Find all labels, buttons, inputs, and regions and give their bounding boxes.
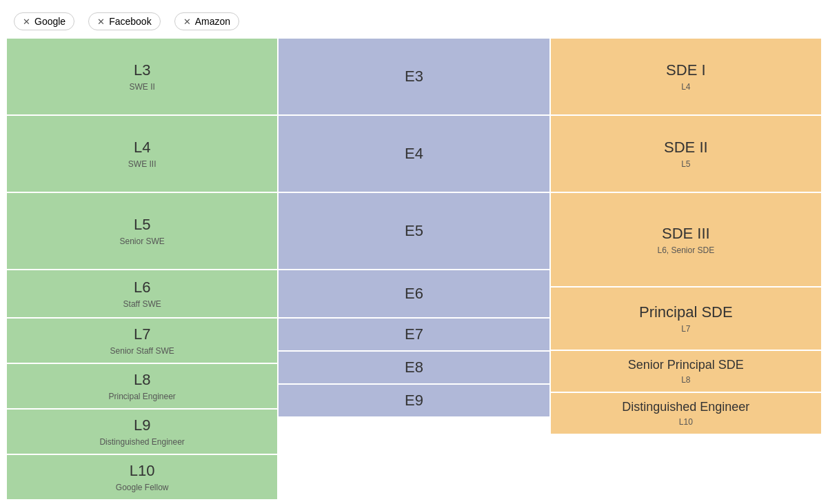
amazon-row-sde3: SDE III L6, Senior SDE [551, 193, 821, 286]
cell-title: E8 [405, 359, 423, 376]
cell-title: SDE III [662, 225, 710, 243]
cell-title: L7 [134, 325, 150, 343]
cell-subtitle: SWE II [129, 82, 154, 92]
cell-title: E5 [405, 222, 423, 240]
facebook-row-e7: E7 [279, 319, 549, 350]
cell-title: SDE I [666, 61, 705, 79]
cell-title: E6 [405, 285, 423, 303]
cell-subtitle: L10 [679, 417, 693, 427]
google-row-l10: L10 Google Fellow [7, 455, 277, 499]
facebook-row-e6: E6 [279, 270, 549, 317]
google-row-l5: L5 Senior SWE [7, 193, 277, 269]
filter-facebook-label: Facebook [109, 16, 151, 27]
comparison-grid: L3 SWE II L4 SWE III L5 Senior SWE L6 St… [7, 39, 821, 499]
cell-title: L9 [134, 416, 150, 434]
amazon-row-psde: Principal SDE L7 [551, 288, 821, 350]
amazon-row-spsde: Senior Principal SDE L8 [551, 351, 821, 392]
cell-title: L4 [134, 139, 150, 157]
filter-facebook[interactable]: ✕ Facebook [88, 12, 160, 30]
google-row-l9: L9 Distinguished Engineer [7, 410, 277, 454]
cell-subtitle: Senior SWE [119, 236, 164, 246]
cell-title: E3 [405, 68, 423, 85]
cell-title: Senior Principal SDE [628, 358, 744, 372]
facebook-row-e4: E4 [279, 116, 549, 192]
cell-title: SDE II [664, 139, 708, 157]
cell-title: L6 [134, 279, 150, 296]
facebook-row-e9: E9 [279, 385, 549, 416]
amazon-row-de: Distinguished Engineer L10 [551, 393, 821, 434]
cell-subtitle: L5 [681, 159, 690, 169]
cell-title: L3 [134, 61, 150, 79]
close-amazon-icon[interactable]: ✕ [183, 17, 191, 27]
close-google-icon[interactable]: ✕ [23, 17, 30, 27]
amazon-column: SDE I L4 SDE II L5 SDE III L6, Senior SD… [551, 39, 821, 499]
filter-amazon-label: Amazon [195, 16, 230, 27]
google-row-l7: L7 Senior Staff SWE [7, 319, 277, 363]
google-row-l8: L8 Principal Engineer [7, 364, 277, 408]
cell-title: L8 [134, 371, 150, 389]
cell-subtitle: L7 [681, 324, 690, 334]
amazon-row-sde1: SDE I L4 [551, 39, 821, 114]
google-row-l6: L6 Staff SWE [7, 270, 277, 317]
google-column: L3 SWE II L4 SWE III L5 Senior SWE L6 St… [7, 39, 277, 499]
amazon-row-sde2: SDE II L5 [551, 116, 821, 192]
cell-title: Distinguished Engineer [622, 400, 749, 414]
filter-bar: ✕ Google ✕ Facebook ✕ Amazon [7, 7, 821, 39]
cell-subtitle: Senior Staff SWE [110, 346, 174, 356]
cell-title: L5 [134, 216, 150, 234]
cell-subtitle: Google Fellow [116, 483, 169, 492]
cell-subtitle: Distinguished Engineer [99, 437, 184, 447]
cell-title: Principal SDE [639, 303, 733, 321]
filter-google-label: Google [34, 16, 65, 27]
cell-subtitle: Staff SWE [123, 299, 161, 309]
facebook-row-e5: E5 [279, 193, 549, 269]
cell-title: E4 [405, 145, 423, 163]
cell-subtitle: L8 [681, 375, 690, 385]
close-facebook-icon[interactable]: ✕ [97, 17, 105, 27]
facebook-column: E3 E4 E5 E6 E7 E8 E9 [279, 39, 549, 499]
cell-subtitle: L6, Senior SDE [657, 245, 714, 255]
filter-amazon[interactable]: ✕ Amazon [174, 12, 239, 30]
cell-title: E9 [405, 392, 423, 410]
cell-subtitle: Principal Engineer [108, 392, 175, 401]
cell-title: L10 [130, 462, 155, 480]
facebook-row-e3: E3 [279, 39, 549, 114]
facebook-row-e8: E8 [279, 352, 549, 383]
filter-google[interactable]: ✕ Google [14, 12, 74, 30]
google-row-l3: L3 SWE II [7, 39, 277, 114]
cell-title: E7 [405, 325, 423, 343]
google-row-l4: L4 SWE III [7, 116, 277, 192]
cell-subtitle: SWE III [128, 159, 156, 169]
cell-subtitle: L4 [681, 82, 690, 92]
